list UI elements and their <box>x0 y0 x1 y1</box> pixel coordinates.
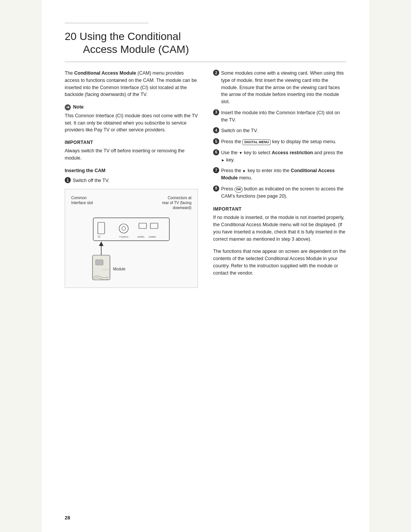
digital-menu-badge: DIGITAL MENU <box>242 139 271 145</box>
step-5-text: Press the DIGITAL MENU key to display th… <box>221 138 346 145</box>
step-3-text: Insert the module into the Common Interf… <box>221 109 346 124</box>
page-number: 28 <box>65 515 70 521</box>
svg-point-3 <box>119 224 128 233</box>
step-4-number: 4 <box>213 127 219 133</box>
note-label: Note <box>73 104 84 111</box>
svg-text:Module: Module <box>113 267 126 271</box>
step-8-number: 8 <box>213 185 219 192</box>
step-4-text: Switch on the TV. <box>221 127 346 134</box>
important2-header: IMPORTANT <box>213 206 346 212</box>
right-column: 2 Some modules come with a viewing card.… <box>213 70 346 288</box>
step-8-row: 8 Press OK button as indicated on the sc… <box>213 185 346 200</box>
step-2-number: 2 <box>213 70 219 76</box>
chapter-title: 20 Using the Conditional Access Module (… <box>65 30 346 56</box>
important2-text: If no module is inserted, or the module … <box>213 214 346 243</box>
important1-section: IMPORTANT Always switch the TV off befor… <box>65 139 198 162</box>
diagram-label-left: Common Interface slot <box>71 195 93 210</box>
step-1-text: Switch off the TV. <box>73 177 198 184</box>
note-text: This Common Interface (CI) module does n… <box>65 112 198 134</box>
cam-diagram: Common Interface slot Connectors at rear… <box>65 189 198 288</box>
two-column-layout: The Conditional Access Module (CAM) menu… <box>65 70 346 288</box>
step-6-row: 6 Use the ▼ key to select Access restric… <box>213 149 346 164</box>
step-1-number: 1 <box>65 177 71 183</box>
diagram-svg: CI TV(25CI) HDMI1 HDMI2 <box>86 214 177 286</box>
svg-text:CI: CI <box>98 235 100 238</box>
intro-paragraph: The Conditional Access Module (CAM) menu… <box>65 70 198 98</box>
step-7-number: 7 <box>213 167 219 173</box>
bottom-title-divider <box>65 62 346 62</box>
svg-rect-6 <box>139 223 147 228</box>
step-3-number: 3 <box>213 109 219 115</box>
svg-rect-8 <box>150 223 158 228</box>
svg-rect-1 <box>98 222 105 234</box>
access-restriction-bold: Access restriction <box>272 150 313 155</box>
svg-rect-12 <box>96 260 103 265</box>
top-divider <box>65 23 148 23</box>
note-header: ➔ Note <box>65 104 198 111</box>
ok-badge: OK <box>234 187 243 193</box>
step-2-row: 2 Some modules come with a viewing card.… <box>213 70 346 105</box>
svg-text:HDMI2: HDMI2 <box>149 236 156 238</box>
step-2-text: Some modules come with a viewing card. W… <box>221 70 346 105</box>
right-arrow-icon-7: ► <box>242 169 246 173</box>
step-5-number: 5 <box>213 138 219 144</box>
page: 20 Using the Conditional Access Module (… <box>42 0 369 532</box>
diagram-label-right: Connectors at rear of TV (facing downwar… <box>162 195 191 210</box>
down-arrow-icon: ▼ <box>239 151 243 155</box>
note-section: ➔ Note This Common Interface (CI) module… <box>65 104 198 134</box>
step-7-row: 7 Press the ► key to enter into the Cond… <box>213 167 346 182</box>
step-6-number: 6 <box>213 149 219 155</box>
svg-text:TV(25CI): TV(25CI) <box>119 236 128 238</box>
step-1-row: 1 Switch off the TV. <box>65 177 198 184</box>
svg-point-4 <box>122 227 126 230</box>
step-7-text: Press the ► key to enter into the Condit… <box>221 167 346 182</box>
important1-text: Always switch the TV off before insertin… <box>65 147 198 162</box>
inserting-header: Inserting the CAM <box>65 167 198 174</box>
left-column: The Conditional Access Module (CAM) menu… <box>65 70 198 288</box>
note-icon: ➔ <box>65 104 71 110</box>
step-6-text: Use the ▼ key to select Access restricti… <box>221 149 346 164</box>
step-5-row: 5 Press the DIGITAL MENU key to display … <box>213 138 346 145</box>
step-8-text: Press OK button as indicated on the scre… <box>221 185 346 200</box>
step-3-row: 3 Insert the module into the Common Inte… <box>213 109 346 124</box>
functions-text: The functions that now appear on screen … <box>213 248 346 276</box>
cam-bold-label: Conditional Access Module <box>74 70 136 76</box>
diagram-labels: Common Interface slot Connectors at rear… <box>71 195 191 210</box>
important1-header: IMPORTANT <box>65 139 198 146</box>
step-4-row: 4 Switch on the TV. <box>213 127 346 134</box>
important2-section: IMPORTANT If no module is inserted, or t… <box>213 206 346 243</box>
right-arrow-icon-6: ► <box>221 158 225 162</box>
svg-text:HDMI1: HDMI1 <box>137 236 145 238</box>
